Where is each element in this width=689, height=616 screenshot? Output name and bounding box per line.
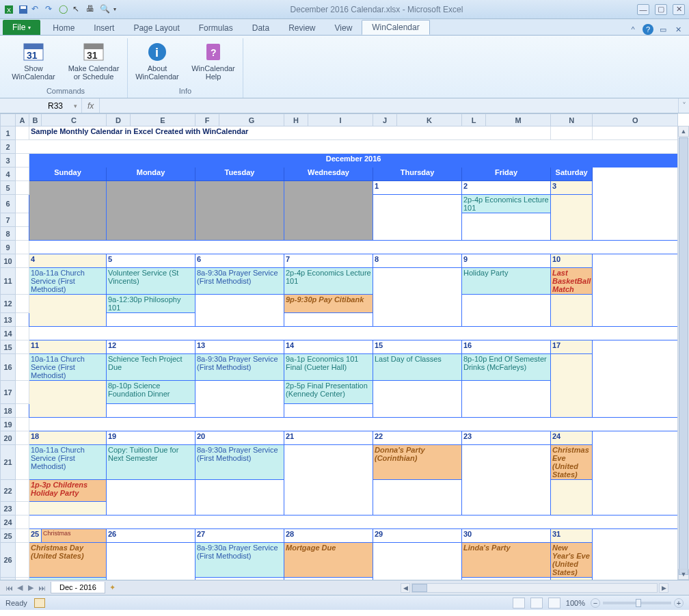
sample-title-cell[interactable]: Sample Monthly Calendar in Excel Created… — [29, 126, 551, 140]
row-header[interactable]: 11 — [1, 268, 16, 295]
event-slot[interactable] — [373, 195, 462, 241]
new-sheet-icon[interactable]: ✦ — [109, 583, 116, 592]
event-slot[interactable] — [373, 381, 462, 418]
select-all[interactable] — [1, 114, 16, 126]
blank-day[interactable] — [107, 181, 195, 241]
home-tab[interactable]: Home — [43, 21, 84, 35]
minimize-button[interactable]: — — [637, 4, 649, 15]
event-cell[interactable]: Donna's Party (Corinthian) — [373, 445, 462, 480]
row-header[interactable]: 16 — [1, 354, 16, 381]
print-icon[interactable]: 🖶 — [86, 4, 97, 15]
date-cell[interactable]: 9 — [462, 254, 551, 268]
event-cell[interactable]: Copy: Tuition Due for Next Semester — [107, 445, 195, 480]
date-cell[interactable]: 19 — [107, 431, 195, 445]
formulas-tab[interactable]: Formulas — [189, 21, 243, 35]
file-tab[interactable]: File ▾ — [3, 20, 40, 35]
zoom-level[interactable]: 100% — [566, 599, 585, 607]
row-header[interactable]: 23 — [1, 502, 16, 515]
row-header[interactable]: 9 — [1, 241, 16, 254]
day-header[interactable]: Sunday — [29, 168, 107, 181]
event-cell[interactable]: 9a-12:30p Philosophy 101 — [107, 295, 195, 313]
event-slot[interactable] — [195, 578, 284, 580]
date-cell[interactable]: 6 — [195, 254, 284, 268]
event-slot[interactable] — [551, 195, 593, 241]
col-header[interactable]: I — [308, 114, 373, 126]
event-cell[interactable]: 8p-10p Science Foundation Dinner — [107, 381, 195, 404]
row-header[interactable]: 26 — [1, 543, 16, 578]
row-header[interactable]: 19 — [1, 418, 16, 431]
event-slot[interactable] — [107, 313, 195, 327]
sheet-area[interactable]: A B C D E F G H I J K L M N O 1 Sample M… — [0, 113, 689, 580]
about-wincalendar-button[interactable]: i About WinCalendar — [133, 38, 181, 85]
event-cell[interactable]: 2p-5p Final Presentation (Kennedy Center… — [284, 381, 373, 404]
event-cell[interactable]: 10a-11a Church Service (First Methodist) — [29, 268, 107, 295]
row-header[interactable]: 12 — [1, 295, 16, 313]
event-slot[interactable] — [373, 268, 462, 327]
row-header[interactable]: 4 — [1, 168, 16, 181]
page-layout-tab[interactable]: Page Layout — [124, 21, 189, 35]
event-slot[interactable] — [195, 381, 284, 418]
sheet-tab[interactable]: Dec - 2016 — [51, 582, 105, 593]
scroll-down-icon[interactable]: ▼ — [678, 569, 689, 580]
col-header[interactable]: B — [29, 114, 42, 126]
row-header[interactable]: 14 — [1, 327, 16, 340]
date-cell[interactable]: 2 — [462, 181, 551, 195]
fx-icon[interactable]: fx — [87, 101, 94, 111]
date-cell[interactable]: 29 — [373, 529, 462, 543]
event-cell[interactable]: Christmas Eve (United States) — [551, 445, 593, 480]
row-header[interactable]: 5 — [1, 181, 16, 195]
row-header[interactable]: 10 — [1, 254, 16, 268]
event-cell[interactable]: 2p-4p Economics Lecture 101 — [462, 195, 551, 213]
event-slot[interactable] — [462, 578, 551, 580]
scroll-right-icon[interactable]: ▶ — [659, 583, 668, 593]
event-cell[interactable]: Christmas Day (United States) — [29, 543, 107, 578]
col-header[interactable]: K — [397, 114, 462, 126]
calendar-title[interactable]: December 2016 — [29, 154, 678, 168]
event-slot[interactable] — [373, 480, 462, 515]
refresh-icon[interactable]: ◯ — [59, 4, 70, 15]
event-slot[interactable] — [284, 404, 373, 418]
event-slot[interactable] — [551, 354, 593, 418]
row-header[interactable]: 18 — [1, 404, 16, 418]
event-cell[interactable]: Last Day of Classes — [373, 354, 462, 381]
blank-day[interactable] — [29, 181, 107, 241]
prev-sheet-icon[interactable]: ◀ — [15, 583, 25, 593]
event-slot[interactable] — [107, 543, 195, 580]
event-slot[interactable] — [29, 295, 107, 327]
date-cell[interactable]: 26 — [107, 529, 195, 543]
event-slot[interactable] — [29, 381, 107, 418]
row-header[interactable]: 8 — [1, 227, 16, 241]
event-cell[interactable]: Volunteer Service (St Vincents) — [107, 268, 195, 295]
date-cell[interactable]: 10 — [551, 254, 593, 268]
col-header[interactable]: C — [42, 114, 107, 126]
page-break-view-button[interactable] — [548, 598, 560, 608]
event-cell[interactable]: 10a-11a Church Service (First Methodist) — [29, 354, 107, 381]
event-slot[interactable] — [29, 502, 107, 515]
holiday-name[interactable]: Christmas — [42, 529, 107, 543]
date-cell[interactable]: 18 — [29, 431, 107, 445]
row-header[interactable]: 7 — [1, 213, 16, 227]
date-cell[interactable]: 1 — [373, 181, 462, 195]
redo-icon[interactable]: ↷ — [45, 4, 56, 15]
date-cell[interactable]: 4 — [29, 254, 107, 268]
zoom-in-icon[interactable]: + — [674, 598, 684, 608]
make-calendar-button[interactable]: 31 Make Calendar or Schedule — [66, 38, 122, 85]
row-header[interactable]: 13 — [1, 313, 16, 327]
event-cell[interactable]: Linda's Party — [462, 543, 551, 578]
day-header[interactable]: Wednesday — [284, 168, 373, 181]
event-slot[interactable] — [107, 404, 195, 418]
date-cell[interactable]: 30 — [462, 529, 551, 543]
event-slot[interactable] — [551, 578, 593, 580]
wincalendar-help-button[interactable]: ? WinCalendar Help — [189, 38, 237, 85]
page-layout-view-button[interactable] — [530, 598, 543, 608]
window-control-icon[interactable]: ▭ — [658, 24, 668, 35]
date-cell[interactable]: 28 — [284, 529, 373, 543]
name-box[interactable]: R33▾ — [0, 98, 82, 113]
data-tab[interactable]: Data — [243, 21, 279, 35]
event-cell[interactable]: 8a-9:30a Prayer Service (First Methodist… — [195, 445, 284, 480]
row-header[interactable]: 22 — [1, 480, 16, 502]
day-header[interactable]: Monday — [107, 168, 195, 181]
event-slot[interactable] — [551, 480, 593, 515]
date-cell[interactable]: 15 — [373, 340, 462, 354]
spreadsheet-grid[interactable]: A B C D E F G H I J K L M N O 1 Sample M… — [0, 113, 678, 580]
